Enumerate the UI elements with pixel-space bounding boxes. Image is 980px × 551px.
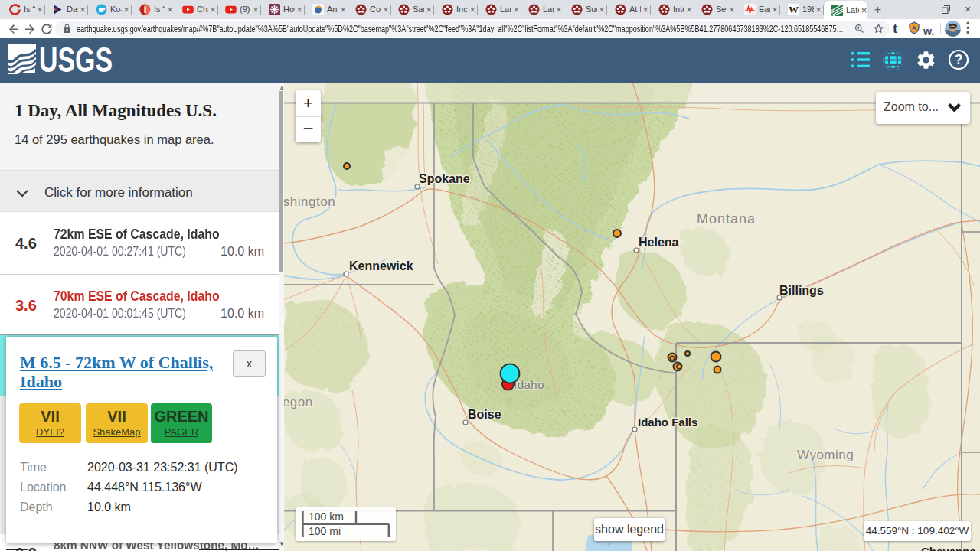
svg-text:USGS: USGS: [39, 44, 113, 76]
svg-text:Montana: Montana: [697, 211, 756, 227]
svg-text:A: A: [912, 24, 916, 31]
svg-text:?: ?: [955, 52, 963, 67]
svg-text:100 km: 100 km: [309, 510, 344, 523]
svg-text:Helena: Helena: [639, 236, 679, 249]
svg-text:Kennewick: Kennewick: [349, 259, 413, 272]
svg-text:W: W: [789, 4, 799, 15]
svg-text:Wyoming: Wyoming: [797, 448, 854, 462]
svg-text:100 mi: 100 mi: [309, 525, 341, 537]
svg-text:Spokane: Spokane: [419, 172, 470, 185]
svg-text:Boise: Boise: [468, 408, 501, 421]
svg-text:Cheyenne: Cheyenne: [921, 545, 976, 551]
svg-text:Billings: Billings: [779, 284, 824, 297]
svg-text:Oregon: Oregon: [284, 395, 313, 409]
svg-text:Washington: Washington: [284, 194, 335, 209]
svg-text:Idaho Falls: Idaho Falls: [638, 416, 697, 429]
svg-text:Idaho: Idaho: [514, 378, 544, 391]
